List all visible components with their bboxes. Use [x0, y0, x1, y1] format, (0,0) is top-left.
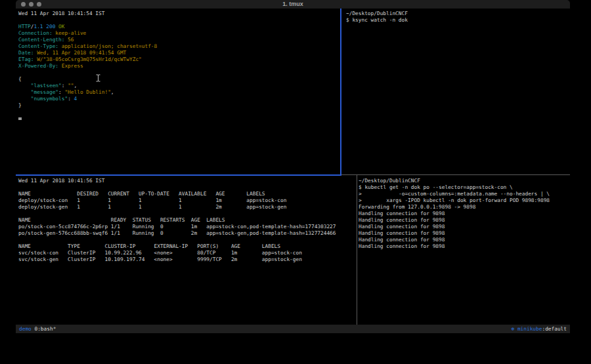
terminal-line: Date: Wed, 11 Apr 2018 09:41:54 GMT [18, 50, 343, 56]
terminal-line: Handling connection for 9898 [359, 237, 571, 243]
terminal-window: 1. tmux Wed 11 Apr 2018 10:41:54 ISTHTTP… [16, 0, 570, 334]
window-tab[interactable]: 0:bash* [34, 326, 56, 332]
terminal-line [18, 184, 359, 191]
terminal-line: Wed 11 Apr 2018 10:41:56 IST [18, 178, 359, 184]
terminal-line: deploy/stock-con 1 1 1 1 1m app=stock-co… [18, 197, 359, 204]
terminal-line: > -o=custom-columns=:metadata.name --no-… [359, 191, 571, 197]
terminal-line [18, 211, 359, 217]
terminal-line: "numsymbols": 4 [18, 96, 343, 102]
terminal-line: HTTP/1.1 200 OK [18, 24, 343, 30]
terminal-line: Handling connection for 9898 [359, 224, 571, 230]
terminal-line: $ kubectl get -n dok po --selector=app=s… [359, 184, 571, 191]
session-name: demo [19, 326, 32, 332]
terminal-line [18, 237, 359, 243]
terminal-line: NAME DESIRED CURRENT UP-TO-DATE AVAILABL… [18, 191, 359, 197]
terminal-line: Handling connection for 9898 [359, 243, 571, 250]
terminal-line: svc/stock-gen ClusterIP 10.109.197.74 <n… [18, 256, 359, 263]
terminal-line: "lastseen": "", [18, 83, 343, 89]
mouse-cursor-ibeam [95, 74, 101, 82]
desktop: { "window": { "title": "1. tmux" }, "col… [0, 0, 591, 364]
pane-port-forward[interactable]: ~/Desktop/DublinCNCF$ kubectl get -n dok… [357, 176, 571, 327]
terminal-line: X-Powered-By: Express [18, 63, 343, 70]
terminal-block-cursor [18, 117, 22, 120]
terminal-line: Content-Type: application/json; charset=… [18, 43, 343, 50]
terminal-line: po/stock-gen-576cc688bb-swqf6 1/1 Runnin… [18, 230, 359, 237]
tmux-status-bar: demo 0:bash* ⊛ minikube:default [16, 325, 570, 333]
pane-ksync-watch[interactable]: ~/Desktop/DublinCNCF$ ksync watch -n dok [341, 9, 575, 176]
window-title: 1. tmux [16, 1, 570, 7]
terminal-line: NAME READY STATUS RESTARTS AGE LABELS [18, 217, 359, 224]
terminal-line: Wed 11 Apr 2018 10:41:54 IST [18, 10, 343, 17]
terminal-line: $ ksync watch -n dok [346, 17, 575, 24]
terminal-line: ~/Desktop/DublinCNCF [359, 178, 571, 184]
terminal-line: Handling connection for 9898 [359, 211, 571, 217]
window-titlebar[interactable]: 1. tmux [16, 0, 570, 9]
terminal-line: svc/stock-con ClusterIP 10.99.222.96 <no… [18, 250, 359, 256]
terminal-line [18, 70, 343, 76]
terminal-line: Handling connection for 9898 [359, 217, 571, 224]
terminal-line [18, 17, 343, 24]
kube-namespace: :default [542, 326, 567, 332]
terminal-line: Handling connection for 9898 [359, 230, 571, 237]
terminal-line: } [18, 102, 343, 109]
pane-divider-horizontal-inactive[interactable] [341, 174, 570, 175]
terminal-line: { [18, 76, 343, 83]
terminal-line: "message": "Hello Dublin!", [18, 89, 343, 96]
terminal-line [18, 109, 343, 115]
terminal-line: NAME TYPE CLUSTER-IP EXTERNAL-IP PORT(S)… [18, 243, 359, 250]
terminal-line: ~/Desktop/DublinCNCF [346, 10, 575, 17]
terminal-line: ETag: W/"38-05coCsrg3mQ75sHr1d/qcWTwYZc" [18, 56, 343, 63]
terminal-line: Content-Length: 56 [18, 37, 343, 43]
terminal-line: > xargs -IPOD kubectl -n dok port-forwar… [359, 197, 571, 204]
terminal-line: Connection: keep-alive [18, 30, 343, 37]
pane-kubectl-resources[interactable]: Wed 11 Apr 2018 10:41:56 ISTNAME DESIRED… [16, 176, 359, 327]
terminal-line: Forwarding from 127.0.0.1:9898 -> 9898 [359, 204, 571, 211]
terminal-line: deploy/stock-gen 1 1 1 1 2m app=stock-ge… [18, 204, 359, 211]
terminal-line [18, 115, 343, 122]
pane-http-response[interactable]: Wed 11 Apr 2018 10:41:54 ISTHTTP/1.1 200… [16, 9, 343, 176]
terminal-line: po/stock-con-5cc874766c-2p6rp 1/1 Runnin… [18, 224, 359, 230]
kube-context: minikube [517, 326, 542, 332]
